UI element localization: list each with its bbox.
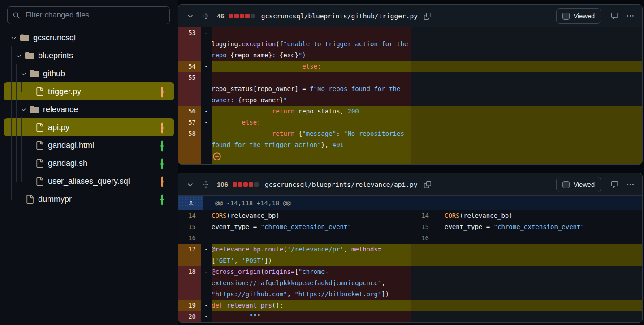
line-number[interactable]: 55 <box>178 72 201 106</box>
drag-handle-icon[interactable] <box>202 12 210 20</box>
line-number[interactable]: 54 <box>178 61 201 72</box>
diff-row-deletion: 17-@relevance_bp.route('/relevance/pr', … <box>178 244 642 266</box>
tree-file-gandagi-html[interactable]: gandagi.html <box>4 136 174 154</box>
diffstat-squares <box>229 14 255 18</box>
viewed-toggle-button[interactable]: Viewed <box>556 8 601 24</box>
line-number[interactable]: 15 <box>411 221 434 233</box>
chevron-down-icon[interactable] <box>18 70 29 77</box>
drag-handle-icon[interactable] <box>200 181 212 188</box>
diff-row-deletion: 57- else: <box>178 117 642 128</box>
code-visual-line: return repo_status, 200 <box>212 106 411 117</box>
drag-handle-icon[interactable] <box>200 12 212 20</box>
chevron-down-icon[interactable] <box>18 106 29 113</box>
chevron-down-icon[interactable] <box>20 70 27 77</box>
diffstat-red-square <box>240 14 244 18</box>
right-pane-placeholder <box>411 106 642 117</box>
collapse-minus-icon[interactable] <box>212 152 221 164</box>
code-visual-line: logging.exception(f"unable to trigger ac… <box>212 39 411 50</box>
line-number[interactable]: 16 <box>178 233 201 244</box>
diff-added-icon <box>161 142 169 149</box>
chevron-down-icon[interactable] <box>15 52 22 59</box>
tree-file-gandagi-sh[interactable]: gandagi.sh <box>4 154 174 172</box>
chevron-down-icon[interactable] <box>186 181 194 188</box>
file-icon <box>35 141 44 150</box>
copy-icon[interactable] <box>424 13 431 20</box>
line-number[interactable]: 16 <box>411 233 434 244</box>
copy-path-icon[interactable] <box>422 181 433 188</box>
line-number[interactable]: 17 <box>178 244 201 266</box>
diff-file-header: 106gcscruncsql/blueprints/relevance/api.… <box>178 173 642 196</box>
comment-icon[interactable] <box>609 181 620 188</box>
tree-item-label: relevance <box>43 105 78 114</box>
tree-folder-gcscruncsql[interactable]: gcscruncsql <box>4 29 174 47</box>
copy-path-icon[interactable] <box>422 13 433 20</box>
line-number[interactable]: 56 <box>178 106 201 117</box>
tree-file-dummypr[interactable]: dummypr <box>4 190 174 208</box>
line-number[interactable]: 14 <box>411 210 434 221</box>
tree-indent-guide <box>21 117 22 182</box>
tree-file-trigger-py[interactable]: trigger.py <box>4 82 174 100</box>
tree-folder-blueprints[interactable]: blueprints <box>4 47 174 65</box>
folder-icon <box>29 69 40 78</box>
deletion-marker: - <box>201 128 212 151</box>
viewed-toggle-button[interactable]: Viewed <box>556 177 601 192</box>
line-number <box>178 151 201 164</box>
file-icon <box>24 195 35 204</box>
tree-item-label: api.py <box>48 123 69 132</box>
collapse-file-chevron-icon[interactable] <box>185 181 196 188</box>
right-pane-placeholder <box>411 128 642 151</box>
code-visual-line: """ <box>212 311 411 322</box>
viewed-label: Viewed <box>574 13 595 20</box>
left-pane: 55- repo_status[repo_owner] = f"No repos… <box>178 72 411 106</box>
line-number[interactable]: 15 <box>178 221 201 233</box>
tree-file-api-py[interactable]: api.py <box>4 118 174 136</box>
chevron-down-icon[interactable] <box>8 35 19 41</box>
kebab-icon[interactable] <box>627 181 634 188</box>
diff-row-deletion: 55- repo_status[repo_owner] = f"No repos… <box>178 72 642 106</box>
code-visual-line: CORS(relevance_bp) <box>212 210 411 221</box>
kebab-menu-icon[interactable] <box>625 181 636 188</box>
comment-icon[interactable] <box>611 181 618 188</box>
line-number[interactable]: 19 <box>178 300 201 311</box>
collapse-minus-icon[interactable] <box>212 152 221 161</box>
chevron-down-icon[interactable] <box>13 52 24 59</box>
right-pane-placeholder <box>411 300 642 311</box>
line-number[interactable]: 58 <box>178 128 201 151</box>
line-number[interactable]: 57 <box>178 117 201 128</box>
chevron-down-icon[interactable] <box>20 106 27 113</box>
expand-up-icon[interactable] <box>188 200 194 207</box>
diff-row-deletion: 20- """ <box>178 311 642 322</box>
copy-icon[interactable] <box>424 181 431 188</box>
tree-folder-github[interactable]: github <box>4 65 174 82</box>
right-pane-placeholder <box>411 311 642 322</box>
code-visual-line: event_type = "chrome_extension_event" <box>445 221 642 233</box>
tree-folder-relevance[interactable]: relevance <box>4 100 174 118</box>
kebab-menu-icon[interactable] <box>625 12 636 20</box>
diffstat-squares <box>233 182 259 187</box>
diffstat-red-square <box>229 14 233 18</box>
kebab-icon[interactable] <box>627 12 634 20</box>
diffstat-red-square <box>245 14 250 18</box>
comment-icon[interactable] <box>611 12 618 20</box>
line-number[interactable]: 18 <box>178 266 201 300</box>
expand-up-button[interactable] <box>178 196 203 210</box>
line-number[interactable]: 14 <box>178 210 201 221</box>
code-cell: else: <box>212 117 411 128</box>
checkbox-icon[interactable] <box>562 181 570 188</box>
file-path: gcscruncsql/blueprints/relevance/api.py <box>265 181 417 188</box>
file-icon <box>35 159 44 168</box>
diff-row-context: 16 16 <box>178 233 642 244</box>
chevron-down-icon[interactable] <box>10 35 17 41</box>
chevron-down-icon[interactable] <box>186 12 194 20</box>
file-icon <box>26 195 34 204</box>
comment-icon[interactable] <box>609 12 620 20</box>
checkbox-icon[interactable] <box>562 13 570 20</box>
file-icon <box>35 177 44 186</box>
filter-files-input[interactable] <box>25 10 164 20</box>
line-number[interactable]: 20 <box>178 311 201 322</box>
line-number[interactable]: 53 <box>178 27 201 61</box>
changed-lines-count: 106 <box>217 181 228 188</box>
tree-file-user-aliases-query-sql[interactable]: user_aliases_query.sql <box>4 172 174 190</box>
drag-handle-icon[interactable] <box>202 181 210 188</box>
collapse-file-chevron-icon[interactable] <box>185 12 196 20</box>
